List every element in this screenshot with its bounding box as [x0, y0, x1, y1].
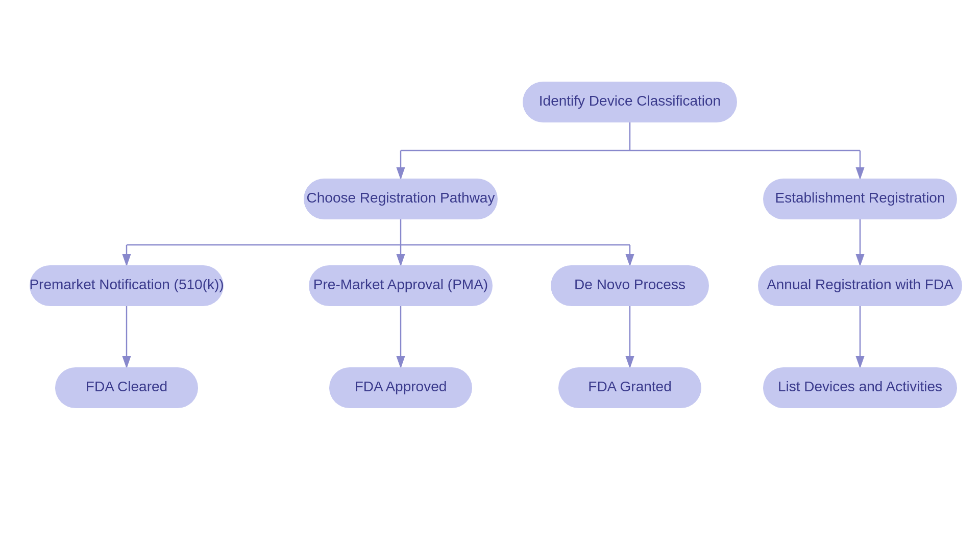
- flowchart: Identify Device Classification Choose Re…: [0, 0, 980, 551]
- node-fda-cleared-label: FDA Cleared: [86, 379, 167, 394]
- node-pma-label: Pre-Market Approval (PMA): [313, 277, 488, 292]
- node-establishment-label: Establishment Registration: [775, 190, 945, 206]
- node-fda-approved-label: FDA Approved: [355, 379, 447, 394]
- node-list-devices-label: List Devices and Activities: [778, 379, 942, 394]
- node-identify-label: Identify Device Classification: [539, 93, 721, 109]
- node-annual-label: Annual Registration with FDA: [767, 277, 953, 292]
- node-choose-label: Choose Registration Pathway: [307, 190, 495, 206]
- node-denovo-label: De Novo Process: [574, 277, 685, 292]
- node-premarket-label: Premarket Notification (510(k)): [29, 277, 224, 292]
- node-fda-granted-label: FDA Granted: [588, 379, 671, 394]
